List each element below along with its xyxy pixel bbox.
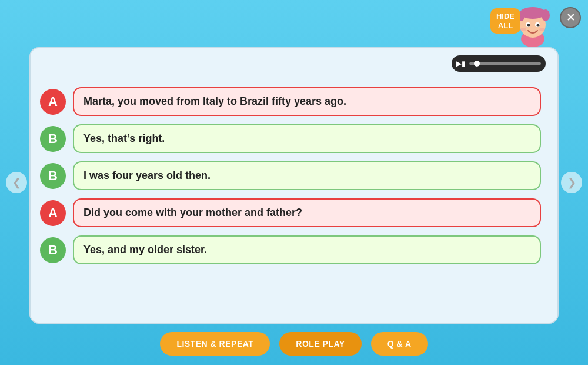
dialogue-row: AMarta, you moved from Italy to Brazil f…: [40, 87, 541, 116]
svg-point-9: [520, 28, 526, 31]
dialogue-bubble: Did you come with your mother and father…: [73, 198, 541, 227]
dialogue-row: BYes, that’s right.: [40, 124, 541, 153]
bottom-buttons: LISTEN & REPEAT ROLE PLAY Q & A: [0, 332, 588, 356]
dialogue-bubble: Yes, that’s right.: [73, 124, 541, 153]
dialogue-row: ADid you come with your mother and fathe…: [40, 198, 541, 227]
dialogue-row: BI was four years old then.: [40, 161, 541, 190]
audio-play-icon: ▶▮: [456, 59, 466, 68]
listen-repeat-button[interactable]: LISTEN & REPEAT: [160, 332, 270, 356]
svg-point-10: [539, 28, 545, 31]
dialogue-row: BYes, and my older sister.: [40, 235, 541, 264]
dialogue-bubble: I was four years old then.: [73, 161, 541, 190]
dialogue-area: AMarta, you moved from Italy to Brazil f…: [40, 87, 546, 311]
audio-progress-dot: [474, 61, 480, 67]
q-and-a-button[interactable]: Q & A: [371, 332, 428, 356]
close-icon: ✕: [566, 11, 575, 24]
svg-point-4: [542, 9, 550, 21]
speaker-avatar-a: A: [40, 89, 66, 115]
left-arrow-icon: ❮: [12, 176, 21, 189]
main-card: ▶▮ AMarta, you moved from Italy to Brazi…: [29, 47, 559, 324]
nav-right-arrow[interactable]: ❯: [561, 172, 582, 193]
close-button[interactable]: ✕: [560, 7, 581, 28]
svg-point-8: [537, 24, 540, 27]
hide-all-button[interactable]: HIDEALL: [490, 8, 520, 34]
svg-point-7: [527, 24, 530, 27]
speaker-avatar-b: B: [40, 126, 66, 152]
speaker-avatar-a: A: [40, 200, 66, 226]
speaker-avatar-b: B: [40, 163, 66, 189]
dialogue-bubble: Yes, and my older sister.: [73, 235, 541, 264]
dialogue-bubble: Marta, you moved from Italy to Brazil fi…: [73, 87, 541, 116]
audio-progress-bar: [469, 62, 541, 65]
role-play-button[interactable]: ROLE PLAY: [279, 332, 361, 356]
speaker-avatar-b: B: [40, 237, 66, 263]
right-arrow-icon: ❯: [567, 176, 576, 189]
nav-left-arrow[interactable]: ❮: [6, 172, 27, 193]
audio-bar[interactable]: ▶▮: [452, 55, 546, 72]
